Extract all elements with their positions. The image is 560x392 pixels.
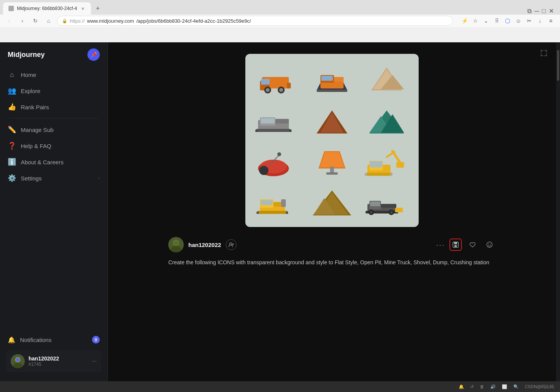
follow-btn[interactable]	[226, 239, 236, 250]
svg-rect-25	[256, 129, 291, 132]
grid-cell-4	[251, 101, 303, 139]
svg-rect-16	[334, 77, 344, 82]
svg-point-10	[279, 88, 283, 92]
home-icon: ⌂	[8, 71, 16, 79]
sidebar-item-about-careers[interactable]: ℹ️ About & Careers	[3, 154, 104, 170]
post-actions: ···	[436, 239, 496, 251]
image-grid	[245, 54, 419, 227]
rank-pairs-icon: 👍	[8, 103, 16, 111]
status-volume-icon[interactable]: 🔊	[490, 384, 496, 389]
url-https: https://	[70, 18, 85, 24]
smiley-icon[interactable]: ☺	[514, 16, 523, 25]
grid-cell-1	[251, 60, 303, 98]
grid-cell-2	[306, 60, 358, 98]
sidebar-logo: Midjourney 📌	[0, 48, 107, 67]
status-search-icon[interactable]: 🔍	[513, 384, 519, 389]
tab-close-btn[interactable]: ✕	[80, 6, 86, 11]
grid-cell-5	[306, 101, 358, 139]
bookmark-icon[interactable]: ☆	[471, 16, 480, 25]
expand-btn[interactable]	[538, 47, 550, 59]
sidebar-logo-text: Midjourney	[8, 51, 45, 59]
sidebar-item-home[interactable]: ⌂ Home	[3, 67, 104, 83]
download-icon[interactable]: ↓	[535, 16, 545, 25]
menu-icon[interactable]: ≡	[546, 16, 555, 25]
grid-cell-6	[361, 101, 412, 139]
notifications-item[interactable]: 🔔 Notifications 0	[3, 332, 104, 347]
url-path: /app/jobs/6b6bb830-24cf-4efd-a2cc-1b2925…	[136, 18, 251, 24]
nav-home-btn[interactable]: ⌂	[44, 16, 53, 25]
grid-icon[interactable]: ⠿	[492, 16, 501, 25]
sidebar-footer: 🔔 Notifications 0 han1202022	[0, 332, 107, 375]
status-brand-text: CSDN@码比码	[525, 384, 554, 390]
url-bar[interactable]: 🔒 https:// www.midjourney.com /app/jobs/…	[57, 16, 453, 26]
nav-divider	[9, 118, 98, 118]
sidebar-label-rank-pairs: Rank Pairs	[21, 104, 49, 110]
browser-actions: ⚡ ☆ ⌄ ⠿ ⬡ ☺ ✂ ↓ ≡	[460, 16, 555, 25]
new-tab-btn[interactable]: +	[92, 3, 103, 14]
settings-icon: ⚙️	[8, 174, 16, 182]
sidebar-pin-icon[interactable]: 📌	[87, 48, 100, 61]
like-btn[interactable]	[466, 239, 479, 251]
sidebar: Midjourney 📌 ⌂ Home 👥 Explore 👍 Rank Pai…	[0, 42, 108, 381]
sidebar-item-settings[interactable]: ⚙️ Settings ›	[3, 170, 104, 186]
post-info-row: han1202022 ···	[168, 231, 496, 259]
sidebar-item-manage-sub[interactable]: ✏️ Manage Sub	[3, 122, 104, 138]
about-icon: ℹ️	[8, 158, 16, 166]
grid-cell-3	[361, 60, 412, 98]
save-btn[interactable]	[449, 239, 462, 251]
scissors-icon[interactable]: ✂	[525, 16, 534, 25]
status-window-icon[interactable]: ⬜	[502, 384, 507, 389]
scroll-thumb[interactable]	[557, 50, 559, 81]
user-info: han1202022 #1745	[29, 355, 88, 367]
window-restore-icon[interactable]: ⧉	[527, 8, 531, 15]
grid-cell-12	[361, 183, 412, 221]
svg-rect-64	[370, 202, 380, 206]
user-more-btn[interactable]: ···	[92, 358, 97, 365]
svg-rect-47	[396, 162, 404, 168]
sidebar-label-manage-sub: Manage Sub	[21, 127, 54, 133]
status-bar: 🔔 ↺ 🗑 🔊 ⬜ 🔍 CSDN@码比码	[0, 381, 560, 392]
scrollbar[interactable]	[556, 42, 560, 381]
sidebar-item-rank-pairs[interactable]: 👍 Rank Pairs	[3, 99, 104, 115]
sidebar-label-home: Home	[21, 72, 36, 78]
sidebar-item-explore[interactable]: 👥 Explore	[3, 83, 104, 99]
window-maximize-icon[interactable]: □	[542, 8, 546, 15]
svg-rect-57	[257, 212, 259, 214]
svg-rect-65	[381, 204, 396, 208]
svg-point-75	[174, 240, 178, 245]
window-minimize-icon[interactable]: ─	[535, 8, 539, 15]
explore-icon: 👥	[8, 87, 16, 95]
post-avatar	[168, 237, 184, 252]
status-refresh-icon[interactable]: ↺	[470, 384, 474, 389]
grid-cell-11	[306, 183, 358, 221]
browser-chrome: Midjourney: 6b6bb830-24cf-4 ✕ + ⧉ ─ □ ✕ …	[0, 0, 560, 42]
svg-point-68	[370, 211, 373, 214]
svg-rect-55	[281, 199, 286, 207]
sidebar-item-help-faq[interactable]: ❓ Help & FAQ	[3, 138, 104, 154]
grid-cell-8	[306, 142, 358, 180]
user-profile[interactable]: han1202022 #1745 ···	[6, 350, 101, 372]
sidebar-nav: ⌂ Home 👥 Explore 👍 Rank Pairs ✏️ Manage …	[0, 67, 107, 332]
emoji-btn[interactable]	[483, 239, 496, 251]
window-close-icon[interactable]: ✕	[549, 7, 554, 15]
nav-back-btn[interactable]: ‹	[5, 16, 14, 25]
svg-rect-53	[261, 200, 273, 205]
bookmark-dropdown-icon[interactable]: ⌄	[481, 16, 491, 25]
status-trash-icon[interactable]: 🗑	[480, 384, 484, 389]
svg-rect-71	[395, 208, 403, 212]
notifications-label: Notifications	[20, 337, 52, 343]
nav-forward-btn[interactable]: ›	[18, 16, 27, 25]
more-options-btn[interactable]: ···	[436, 240, 445, 249]
user-name: han1202022	[29, 355, 88, 362]
svg-point-82	[487, 242, 492, 247]
status-notification-icon[interactable]: 🔔	[459, 384, 464, 389]
svg-point-8	[266, 88, 270, 92]
svg-rect-56	[257, 211, 288, 214]
post-username: han1202022	[188, 242, 221, 248]
ext-icon-blue[interactable]: ⬡	[503, 16, 512, 25]
nav-refresh-btn[interactable]: ↻	[31, 16, 40, 25]
browser-tab[interactable]: Midjourney: 6b6bb830-24cf-4 ✕	[3, 2, 91, 15]
svg-rect-49	[365, 173, 367, 176]
lightning-icon[interactable]: ⚡	[460, 16, 469, 25]
svg-rect-17	[317, 90, 347, 92]
